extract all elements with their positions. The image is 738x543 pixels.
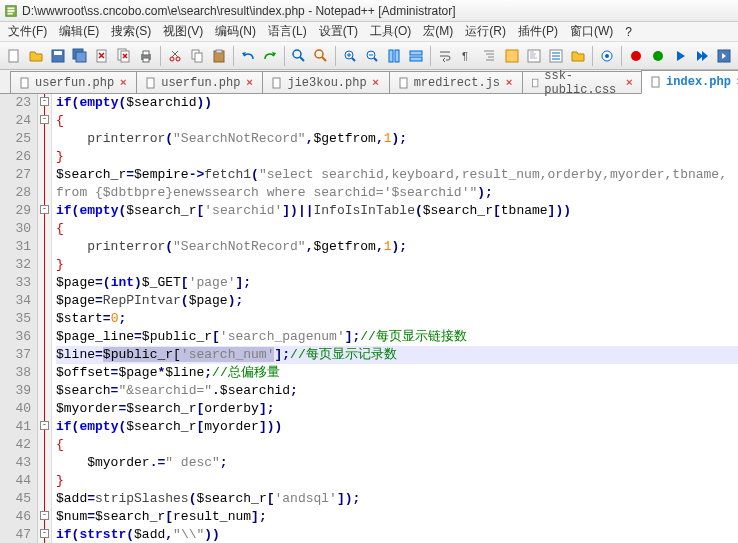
fold-toggle[interactable]: -: [40, 205, 49, 214]
zoom-in-button[interactable]: [340, 45, 360, 67]
tab-bar: userfun.php× userfun.php× jie3kou.php× m…: [0, 70, 738, 94]
close-icon[interactable]: ×: [371, 78, 381, 88]
print-button[interactable]: [136, 45, 156, 67]
svg-rect-18: [195, 53, 202, 62]
editor-area[interactable]: 2324252627282930313233343536373839404142…: [0, 94, 738, 543]
open-file-button[interactable]: [26, 45, 46, 67]
folder-tree-button[interactable]: [568, 45, 588, 67]
menu-search[interactable]: 搜索(S): [105, 21, 157, 42]
save-macro-button[interactable]: [714, 45, 734, 67]
redo-button[interactable]: [260, 45, 280, 67]
sync-h-button[interactable]: [406, 45, 426, 67]
zoom-out-button[interactable]: [362, 45, 382, 67]
close-icon[interactable]: ×: [244, 78, 254, 88]
tab-label: userfun.php: [161, 76, 240, 90]
svg-rect-41: [400, 78, 407, 88]
func-list-button[interactable]: [546, 45, 566, 67]
svg-point-22: [315, 50, 323, 58]
tab-label: index.php: [666, 75, 731, 89]
svg-rect-3: [8, 12, 13, 14]
fold-toggle[interactable]: -: [40, 529, 49, 538]
svg-rect-30: [506, 50, 518, 62]
tab-mredirect[interactable]: mredirect.js×: [389, 71, 523, 93]
wordwrap-button[interactable]: [435, 45, 455, 67]
file-icon: [271, 77, 283, 89]
svg-rect-14: [143, 58, 149, 62]
file-icon: [398, 77, 410, 89]
close-icon[interactable]: ×: [118, 78, 128, 88]
lexer-button[interactable]: [502, 45, 522, 67]
tab-label: mredirect.js: [414, 76, 500, 90]
svg-rect-38: [21, 78, 28, 88]
show-all-chars-button[interactable]: ¶: [457, 45, 477, 67]
menu-help[interactable]: ?: [619, 23, 638, 41]
svg-rect-25: [389, 50, 393, 62]
svg-point-35: [631, 51, 641, 61]
fold-toggle[interactable]: -: [40, 421, 49, 430]
toolbar: ¶: [0, 42, 738, 70]
tab-jie3kou[interactable]: jie3kou.php×: [262, 71, 389, 93]
svg-point-21: [293, 50, 301, 58]
close-all-button[interactable]: [114, 45, 134, 67]
toolbar-separator: [335, 46, 336, 66]
menu-tools[interactable]: 工具(O): [364, 21, 417, 42]
fold-toggle[interactable]: -: [40, 511, 49, 520]
svg-rect-28: [410, 57, 422, 61]
stop-button[interactable]: [648, 45, 668, 67]
find-button[interactable]: [289, 45, 309, 67]
svg-point-34: [605, 54, 609, 58]
close-icon[interactable]: ×: [625, 78, 633, 88]
svg-rect-39: [147, 78, 154, 88]
file-icon: [19, 77, 31, 89]
menu-file[interactable]: 文件(F): [2, 21, 53, 42]
menu-encoding[interactable]: 编码(N): [209, 21, 262, 42]
fold-toggle[interactable]: -: [40, 97, 49, 106]
code-content[interactable]: if(empty($searchid)){ printerror("Search…: [52, 94, 738, 543]
svg-rect-27: [410, 51, 422, 55]
menu-settings[interactable]: 设置(T): [313, 21, 364, 42]
undo-button[interactable]: [238, 45, 258, 67]
svg-rect-26: [395, 50, 399, 62]
menu-bar: 文件(F) 编辑(E) 搜索(S) 视图(V) 编码(N) 语言(L) 设置(T…: [0, 22, 738, 42]
fold-margin[interactable]: - - - - - -: [38, 94, 52, 543]
save-button[interactable]: [48, 45, 68, 67]
new-file-button[interactable]: [4, 45, 24, 67]
paste-button[interactable]: [209, 45, 229, 67]
tab-index[interactable]: index.php×: [641, 70, 738, 94]
menu-view[interactable]: 视图(V): [157, 21, 209, 42]
replace-button[interactable]: [311, 45, 331, 67]
svg-text:¶: ¶: [462, 50, 468, 62]
indent-guide-button[interactable]: [479, 45, 499, 67]
svg-rect-8: [76, 52, 86, 62]
sync-v-button[interactable]: [384, 45, 404, 67]
close-icon[interactable]: ×: [504, 78, 514, 88]
file-icon: [531, 77, 540, 89]
save-all-button[interactable]: [70, 45, 90, 67]
menu-window[interactable]: 窗口(W): [564, 21, 619, 42]
monitor-button[interactable]: [597, 45, 617, 67]
record-button[interactable]: [626, 45, 646, 67]
menu-edit[interactable]: 编辑(E): [53, 21, 105, 42]
tab-userfun2[interactable]: userfun.php×: [136, 71, 263, 93]
title-bar: D:\wwwroot\ss.cncobo.com\e\search\result…: [0, 0, 738, 22]
app-icon: [4, 4, 18, 18]
menu-language[interactable]: 语言(L): [262, 21, 313, 42]
fold-toggle[interactable]: -: [40, 115, 49, 124]
file-icon: [650, 76, 662, 88]
svg-point-16: [176, 57, 180, 61]
close-button[interactable]: [92, 45, 112, 67]
tab-userfun1[interactable]: userfun.php×: [10, 71, 137, 93]
tab-label: jie3kou.php: [287, 76, 366, 90]
play-button[interactable]: [670, 45, 690, 67]
menu-run[interactable]: 运行(R): [459, 21, 512, 42]
copy-button[interactable]: [187, 45, 207, 67]
menu-plugins[interactable]: 插件(P): [512, 21, 564, 42]
svg-rect-20: [216, 50, 222, 53]
play-multi-button[interactable]: [692, 45, 712, 67]
svg-point-36: [653, 51, 663, 61]
doc-map-button[interactable]: [524, 45, 544, 67]
cut-button[interactable]: [165, 45, 185, 67]
tab-ssk-public[interactable]: ssk-public.css×: [522, 71, 642, 93]
menu-macro[interactable]: 宏(M): [417, 21, 459, 42]
svg-rect-40: [273, 78, 280, 88]
